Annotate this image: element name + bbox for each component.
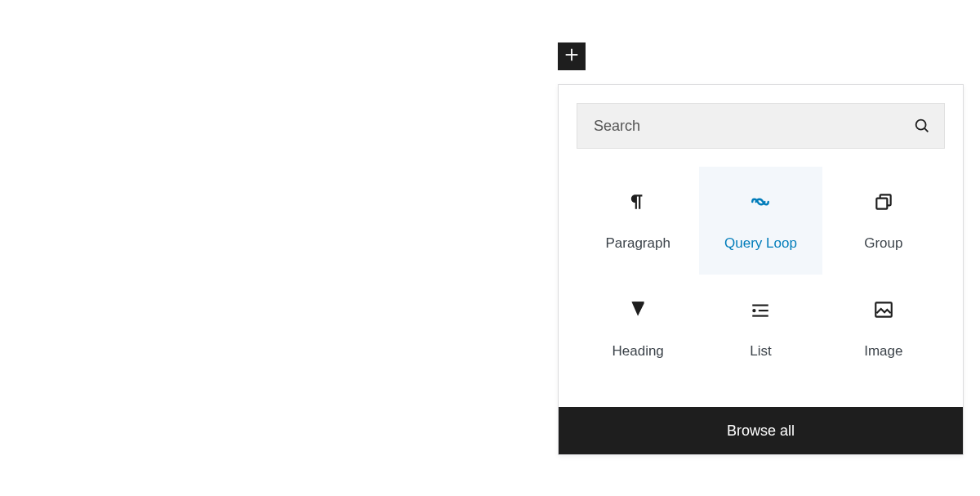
browse-all-label: Browse all — [727, 422, 795, 440]
block-image[interactable]: Image — [822, 275, 945, 382]
search-container — [559, 85, 963, 149]
paragraph-icon — [626, 190, 650, 214]
plus-icon — [563, 46, 581, 67]
image-icon — [871, 297, 896, 322]
block-grid: Paragraph Query Loop Group — [559, 149, 963, 407]
block-label: List — [750, 343, 771, 360]
block-label: Paragraph — [605, 235, 670, 252]
group-icon — [871, 190, 896, 214]
search-input[interactable] — [594, 118, 913, 135]
svg-rect-6 — [753, 305, 769, 306]
svg-point-7 — [753, 309, 756, 312]
block-label: Image — [864, 343, 902, 360]
block-label: Heading — [612, 343, 664, 360]
svg-rect-5 — [876, 199, 887, 209]
svg-rect-10 — [875, 302, 892, 316]
block-group[interactable]: Group — [822, 167, 945, 275]
svg-rect-8 — [759, 310, 768, 311]
svg-line-3 — [924, 128, 928, 132]
block-paragraph[interactable]: Paragraph — [577, 167, 699, 275]
block-label: Group — [864, 235, 902, 252]
heading-icon — [626, 297, 650, 322]
search-icon — [913, 117, 931, 135]
list-icon — [748, 297, 773, 322]
svg-point-2 — [916, 120, 926, 130]
add-block-button[interactable] — [558, 42, 586, 70]
svg-rect-9 — [753, 315, 769, 317]
search-field[interactable] — [577, 103, 945, 149]
block-inserter-panel: Paragraph Query Loop Group — [558, 84, 964, 455]
query-loop-icon — [748, 190, 773, 214]
block-heading[interactable]: Heading — [577, 275, 699, 382]
block-list[interactable]: List — [699, 275, 822, 382]
block-query-loop[interactable]: Query Loop — [699, 167, 822, 275]
browse-all-button[interactable]: Browse all — [559, 407, 963, 454]
block-label: Query Loop — [724, 235, 797, 252]
